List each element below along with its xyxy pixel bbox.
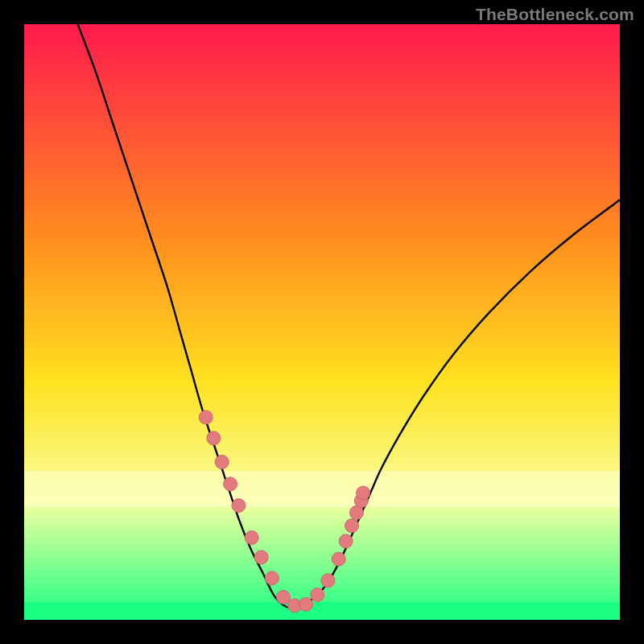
curve-marker (345, 519, 359, 533)
curve-marker (357, 486, 370, 500)
curve-marker (215, 455, 229, 469)
curve-marker (224, 477, 237, 491)
curve-marker (332, 552, 345, 566)
gradient-background (24, 24, 620, 620)
plot-area (24, 24, 620, 620)
curve-marker (339, 535, 353, 548)
curve-marker (232, 498, 246, 512)
green-band (24, 602, 620, 620)
pale-yellow-band (24, 471, 620, 506)
curve-marker (199, 411, 213, 424)
curve-marker (245, 530, 258, 544)
chart-stage: TheBottleneck.com (0, 0, 644, 644)
curve-marker (299, 597, 313, 611)
curve-marker (254, 551, 268, 564)
watermark-text: TheBottleneck.com (476, 5, 634, 24)
curve-marker (207, 431, 221, 445)
curve-marker (276, 590, 290, 604)
curve-marker (265, 572, 279, 585)
plot-svg (24, 24, 620, 620)
curve-marker (321, 574, 335, 588)
curve-marker (311, 588, 324, 601)
